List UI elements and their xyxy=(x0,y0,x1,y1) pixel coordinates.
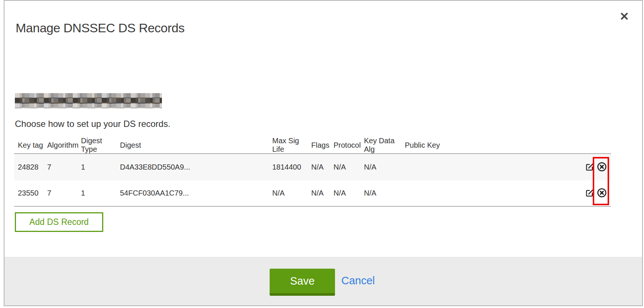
cell-digest: 54FCF030AA1C79... xyxy=(120,189,272,197)
delete-record-button[interactable] xyxy=(596,188,607,199)
cell-digest-type: 1 xyxy=(81,163,120,171)
cell-key-tag: 24828 xyxy=(18,163,47,171)
col-header-key-tag: Key tag xyxy=(18,141,47,150)
cell-key-data-alg: N/A xyxy=(364,189,405,197)
table-row: 23550 7 1 54FCF030AA1C79... N/A N/A N/A … xyxy=(14,180,611,207)
edit-record-button[interactable] xyxy=(584,188,595,199)
table-header-row: Key tag Algorithm Digest Type Digest Max… xyxy=(14,137,611,154)
cell-protocol: N/A xyxy=(334,189,364,197)
add-ds-record-button[interactable]: Add DS Record xyxy=(15,212,103,232)
save-button[interactable]: Save xyxy=(270,269,335,296)
cell-flags: N/A xyxy=(311,189,334,197)
row-actions xyxy=(584,188,611,199)
col-header-max-sig-life: Max Sig Life xyxy=(272,137,311,154)
row-actions xyxy=(584,162,611,173)
edit-pencil-icon xyxy=(585,162,594,173)
table-row: 24828 7 1 D4A33E8DD550A9... 1814400 N/A … xyxy=(14,154,611,180)
ds-records-table: Key tag Algorithm Digest Type Digest Max… xyxy=(14,137,611,207)
cell-digest: D4A33E8DD550A9... xyxy=(120,163,272,171)
edit-record-button[interactable] xyxy=(584,162,595,173)
page-title: Manage DNSSEC DS Records xyxy=(16,21,185,35)
cell-key-tag: 23550 xyxy=(18,189,47,197)
circle-x-delete-icon xyxy=(597,162,607,173)
col-header-digest: Digest xyxy=(120,141,272,150)
cell-max-sig-life: N/A xyxy=(272,189,311,197)
redacted-domain-name xyxy=(15,93,162,108)
dnssec-modal-page: Manage DNSSEC DS Records ✕ Choose how to… xyxy=(0,0,644,308)
col-header-public-key: Public Key xyxy=(405,141,584,150)
cell-flags: N/A xyxy=(311,163,334,171)
col-header-protocol: Protocol xyxy=(334,141,364,150)
col-header-key-data-alg: Key Data Alg xyxy=(364,137,405,154)
cell-algorithm: 7 xyxy=(47,189,81,197)
cell-digest-type: 1 xyxy=(81,189,120,197)
circle-x-delete-icon xyxy=(597,188,607,199)
col-header-flags: Flags xyxy=(311,141,334,150)
edit-pencil-icon xyxy=(585,188,594,199)
delete-record-button[interactable] xyxy=(596,162,607,173)
cancel-link[interactable]: Cancel xyxy=(341,275,375,287)
cell-max-sig-life: 1814400 xyxy=(272,163,311,171)
setup-instruction-text: Choose how to set up your DS records. xyxy=(15,119,170,129)
col-header-digest-type: Digest Type xyxy=(81,137,120,154)
close-icon[interactable]: ✕ xyxy=(617,9,632,24)
col-header-algorithm: Algorithm xyxy=(47,141,81,150)
cell-key-data-alg: N/A xyxy=(364,163,405,171)
cell-algorithm: 7 xyxy=(47,163,81,171)
cell-protocol: N/A xyxy=(334,163,364,171)
